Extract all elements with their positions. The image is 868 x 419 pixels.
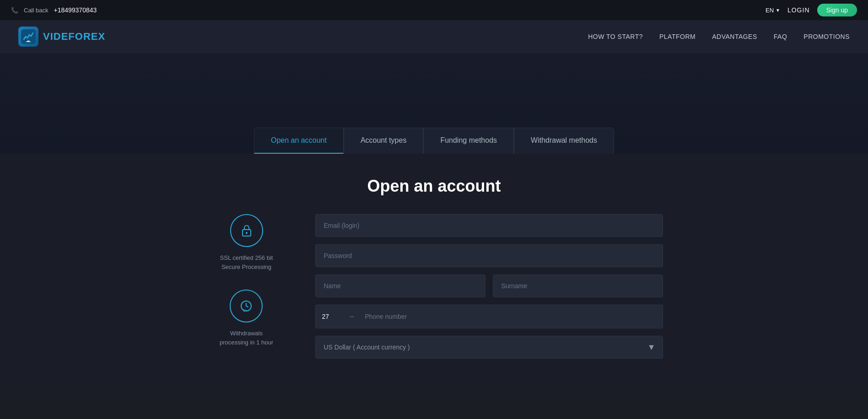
hero-section: Open an account Account types Funding me… xyxy=(0,53,868,154)
lang-label: EN xyxy=(766,7,774,14)
logo[interactable]: VIDEFOREX xyxy=(18,27,105,47)
logo-icon xyxy=(18,27,38,47)
logo-text: VIDEFOREX xyxy=(43,31,105,43)
tab-account-types[interactable]: Account types xyxy=(344,128,424,154)
phone-code-value: 27 xyxy=(322,313,329,320)
logo-vide: VIDE xyxy=(43,31,68,42)
currency-select[interactable]: US Dollar ( Account currency ) Euro ( Ac… xyxy=(315,336,663,359)
page-title: Open an account xyxy=(367,177,501,196)
top-bar-right: EN ▼ LOGIN Sign up xyxy=(766,4,857,16)
top-bar-left: 📞 Call back +18499370843 xyxy=(11,6,97,14)
phone-number-input[interactable] xyxy=(356,305,663,328)
name-row xyxy=(315,274,663,297)
tab-funding-methods[interactable]: Funding methods xyxy=(423,128,514,154)
signup-button[interactable]: Sign up xyxy=(817,4,857,16)
surname-input[interactable] xyxy=(493,274,663,297)
chevron-down-icon: ▼ xyxy=(776,8,780,13)
email-input[interactable] xyxy=(315,214,663,237)
main-navigation: HOW TO START? PLATFORM ADVANTAGES FAQ PR… xyxy=(588,33,850,40)
login-button[interactable]: LOGIN xyxy=(787,6,810,14)
nav-advantages[interactable]: ADVANTAGES xyxy=(712,33,757,40)
password-input[interactable] xyxy=(315,244,663,267)
language-selector[interactable]: EN ▼ xyxy=(766,7,780,14)
logo-forex: FOREX xyxy=(68,31,105,42)
tab-withdrawal-methods[interactable]: Withdrawal methods xyxy=(514,128,614,154)
phone-code[interactable]: 27 xyxy=(315,305,347,328)
phone-row: 27 – xyxy=(315,305,663,328)
nav-faq[interactable]: FAQ xyxy=(774,33,787,40)
phone-number[interactable]: +18499370843 xyxy=(54,6,97,14)
name-input[interactable] xyxy=(315,274,485,297)
withdrawal-label: Withdrawals processing in 1 hour xyxy=(220,329,273,347)
tab-open-account[interactable]: Open an account xyxy=(254,128,344,154)
phone-separator: – xyxy=(347,305,357,328)
header: VIDEFOREX HOW TO START? PLATFORM ADVANTA… xyxy=(0,20,868,53)
lock-icon xyxy=(230,214,263,247)
clock-icon: 1h xyxy=(230,290,263,322)
callback-label[interactable]: Call back xyxy=(24,7,48,14)
svg-text:1h: 1h xyxy=(243,309,247,312)
registration-form: 27 – US Dollar ( Account currency ) Euro… xyxy=(315,214,663,359)
nav-platform[interactable]: PLATFORM xyxy=(659,33,695,40)
currency-wrapper: US Dollar ( Account currency ) Euro ( Ac… xyxy=(315,336,663,359)
side-info: SSL certified 256 bit Secure Processing … xyxy=(205,214,288,347)
ssl-info-block: SSL certified 256 bit Secure Processing xyxy=(220,214,273,271)
nav-promotions[interactable]: PROMOTIONS xyxy=(803,33,850,40)
tabs-container: Open an account Account types Funding me… xyxy=(254,128,614,154)
callback-icon: 📞 xyxy=(11,7,18,14)
withdrawal-info-block: 1h Withdrawals processing in 1 hour xyxy=(220,290,273,347)
form-area: SSL certified 256 bit Secure Processing … xyxy=(205,214,663,359)
main-content: Open an account SSL certified 256 bit Se… xyxy=(0,154,868,386)
top-bar: 📞 Call back +18499370843 EN ▼ LOGIN Sign… xyxy=(0,0,868,20)
ssl-label: SSL certified 256 bit Secure Processing xyxy=(220,253,273,271)
nav-how-to-start[interactable]: HOW TO START? xyxy=(588,33,643,40)
